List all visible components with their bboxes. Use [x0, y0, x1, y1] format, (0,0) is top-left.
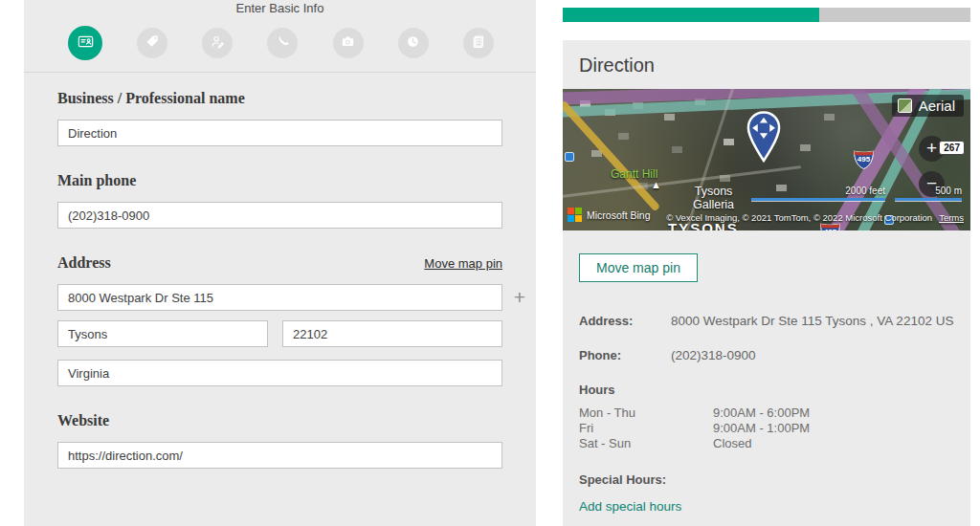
address-info-row: Address: 8000 Westpark Dr Ste 115 Tysons… [579, 314, 970, 328]
business-name-label: Business / Professional name [57, 90, 502, 107]
listing-preview-panel: Direction Aerial + − [563, 0, 970, 526]
hours-row: Mon - Thu 9:00AM - 6:00PM [579, 405, 970, 421]
map-buildings-texture [580, 100, 590, 107]
special-hours-label: Special Hours: [579, 472, 970, 487]
id-card-icon [77, 33, 95, 55]
progress-bar [563, 8, 970, 22]
camera-icon [340, 33, 356, 54]
map-scale-feet: 2000 feet [751, 186, 885, 201]
zoom-out-button[interactable]: − [919, 171, 945, 197]
step-photos[interactable] [333, 28, 364, 58]
panel-title: Enter Basic Info [24, 0, 536, 15]
step-hours[interactable] [398, 28, 429, 58]
preview-card: Direction Aerial + − [563, 40, 970, 526]
person-edit-icon [210, 33, 226, 54]
scale-bar-meters [895, 198, 962, 201]
main-phone-label: Main phone [57, 172, 502, 189]
terms-link[interactable]: Terms [939, 212, 964, 223]
wizard-stepper [24, 15, 536, 60]
step-contact-person[interactable] [202, 28, 233, 58]
business-name-input[interactable] [57, 120, 502, 146]
clock-icon [405, 33, 421, 54]
transit-station-icon [565, 152, 574, 162]
address-info-label: Address: [579, 314, 671, 328]
add-address-line-icon[interactable]: + [514, 287, 525, 307]
step-basic-info[interactable] [68, 26, 102, 60]
checklist-icon [470, 33, 486, 54]
peak-triangle-icon: ▲ [651, 179, 661, 190]
microsoft-logo-icon [568, 208, 582, 222]
scale-bar-feet [751, 198, 885, 201]
map-view-selector[interactable]: Aerial [892, 95, 964, 117]
progress-bar-fill [563, 8, 819, 22]
address-label: Address [57, 254, 111, 272]
map-label-tysons: TYSONS [668, 220, 739, 230]
bing-logo: Microsoft Bing [568, 208, 651, 222]
phone-info-value: (202)318-0900 [671, 348, 756, 362]
step-categories[interactable] [137, 28, 167, 58]
interstate-495-shield: 495 [853, 146, 875, 170]
business-title: Direction [579, 55, 970, 77]
city-input[interactable] [57, 320, 268, 347]
map-label-tysons-galleria: Tysons Galleria [693, 185, 734, 211]
move-map-pin-button[interactable]: Move map pin [579, 253, 698, 282]
street-address-input[interactable] [57, 284, 502, 311]
add-special-hours-link[interactable]: Add special hours [579, 499, 681, 514]
hours-row: Fri 9:00AM - 1:00PM [579, 421, 970, 436]
basic-info-form: Business / Professional name Main phone … [24, 73, 536, 469]
hours-table: Mon - Thu 9:00AM - 6:00PM Fri 9:00AM - 1… [579, 405, 970, 451]
zip-input[interactable] [282, 320, 502, 347]
phone-info-row: Phone: (202)318-0900 [579, 348, 970, 362]
map-copyright: © Vexcel Imaging, © 2021 TomTom, © 2022 … [666, 212, 964, 223]
phone-icon [275, 33, 291, 54]
website-input[interactable] [57, 442, 502, 469]
state-input[interactable] [57, 360, 502, 386]
tag-icon [145, 33, 161, 54]
step-review[interactable] [463, 28, 494, 58]
main-phone-input[interactable] [57, 202, 502, 229]
basic-info-form-panel: Enter Basic Info Business / Professional… [24, 0, 536, 526]
map-road-yellow [563, 100, 660, 212]
interstate-495-shield-2: 495 [819, 219, 841, 230]
map-road-minor-1 [563, 165, 801, 199]
map-road-minor-2 [679, 89, 735, 230]
step-phone[interactable] [267, 28, 298, 58]
move-map-pin-link[interactable]: Move map pin [424, 256, 502, 271]
hours-section-label: Hours [579, 383, 970, 397]
hours-row: Sat - Sun Closed [579, 436, 970, 451]
map-label-gantt-hill: Gantt Hill [611, 167, 657, 181]
phone-info-label: Phone: [579, 348, 671, 362]
address-info-value: 8000 Westpark Dr Ste 115 Tysons , VA 221… [671, 314, 953, 328]
aerial-view-label: Aerial [919, 98, 955, 114]
map-canvas[interactable]: Aerial + − 495 495 267 Gantt H [563, 89, 970, 230]
map-pin-draggable[interactable] [744, 111, 784, 163]
aerial-view-icon [898, 99, 912, 113]
website-label: Website [57, 412, 502, 429]
zoom-in-button[interactable]: + [919, 136, 945, 162]
transit-station-icon-2 [884, 215, 894, 225]
